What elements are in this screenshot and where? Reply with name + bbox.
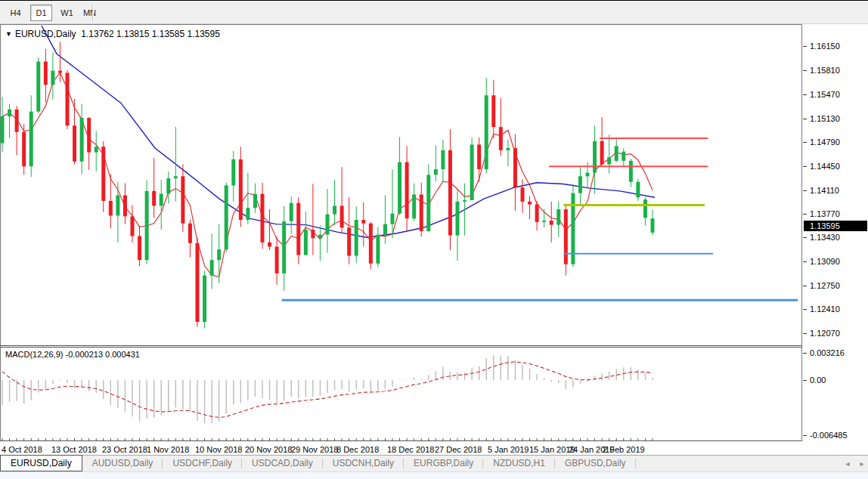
price-label-7: 1.13770	[810, 209, 840, 218]
tab-gbpusd-daily[interactable]: GBPUSD,Daily	[555, 456, 636, 471]
price-label-6: 1.14110	[810, 186, 839, 195]
macd-axis-label-2: -0.006485	[810, 431, 848, 440]
price-label-9-tick	[803, 261, 807, 262]
price-label-1: 1.15810	[810, 66, 840, 75]
ohlc-low: 1.13585	[152, 29, 184, 39]
tab-usdcad-daily[interactable]: USDCAD,Daily	[242, 456, 323, 471]
tab-eurgbp-daily[interactable]: EURGBP,Daily	[404, 456, 483, 471]
date-label-4: 10 Nov 2018	[195, 445, 242, 454]
price-label-12-tick	[803, 333, 807, 334]
ohlc-close: 1.13595	[187, 29, 219, 39]
date-label-1: 13 Oct 2018	[51, 445, 97, 454]
macd-axis-label-1-tick	[803, 380, 807, 381]
price-label-12: 1.12070	[810, 329, 840, 338]
tab-scroll-left-icon[interactable]: ◂	[842, 459, 853, 468]
price-label-8: 1.13430	[810, 233, 840, 242]
time-axis[interactable]: 4 Oct 201813 Oct 201823 Oct 20181 Nov 20…	[0, 441, 803, 455]
tab-usdcnh-daily[interactable]: USDCNH,Daily	[323, 456, 404, 471]
macd-axis-label-1: 0.00	[810, 375, 826, 385]
price-label-10-tick	[803, 286, 807, 286]
price-label-2: 1.15470	[810, 90, 840, 99]
price-label-1-tick	[803, 70, 807, 71]
timeframe-button-d1[interactable]: D1	[30, 5, 52, 21]
macd-axis-label-0: 0.003216	[810, 348, 845, 357]
tab-usdchf-daily[interactable]: USDCHF,Daily	[163, 456, 242, 471]
price-label-5-tick	[803, 166, 807, 167]
price-label-11-tick	[803, 309, 807, 310]
price-label-3-tick	[803, 119, 807, 119]
price-label-5: 1.14450	[810, 162, 840, 171]
status-strip	[0, 471, 868, 479]
price-label-9: 1.13090	[810, 257, 840, 266]
price-label-0: 1.16150	[810, 42, 840, 51]
price-label-8-tick	[803, 237, 807, 238]
date-label-2: 23 Oct 2018	[102, 445, 147, 454]
price-label-7-tick	[803, 214, 807, 215]
date-label-13: 2 Feb 2019	[603, 445, 645, 454]
chevron-down-icon[interactable]: ▼	[5, 30, 12, 38]
date-label-9: 27 Dec 2018	[435, 445, 482, 454]
price-label-0-tick	[803, 46, 807, 47]
ohlc-high: 1.13815	[116, 29, 149, 39]
timeframe-button-w1[interactable]: W1	[56, 5, 78, 21]
timeframe-button-mn[interactable]: MN	[79, 5, 101, 21]
toolbar-separator	[92, 4, 94, 22]
date-label-10: 5 Jan 2019	[488, 445, 529, 454]
macd-axis-label-0-tick	[803, 353, 807, 354]
date-label-6: 29 Nov 2018	[291, 445, 338, 454]
date-label-5: 20 Nov 2018	[245, 445, 292, 454]
date-label-3: 1 Nov 2018	[147, 445, 189, 454]
price-axis[interactable]: 1.13595 1.161501.158101.154701.151301.14…	[803, 24, 868, 455]
ohlc-open: 1.13762	[81, 29, 113, 39]
macd-axis-label-2-tick	[803, 435, 807, 436]
date-label-0: 4 Oct 2018	[2, 445, 42, 454]
candlestick-chart-canvas[interactable]	[0, 24, 803, 441]
price-label-6-tick	[803, 190, 807, 191]
price-label-11: 1.12410	[810, 304, 840, 314]
timeframe-toolbar: H4 D1 W1 MN	[0, 2, 868, 24]
date-label-8: 18 Dec 2018	[387, 445, 434, 454]
chart-title: EURUSD,Daily	[15, 29, 76, 39]
tab-scroll-right-icon[interactable]: ▸	[857, 459, 867, 468]
price-label-3: 1.15130	[810, 114, 840, 123]
chart-symbol-header: ▼EURUSD,Daily 1.13762 1.13815 1.13585 1.…	[5, 29, 220, 39]
price-label-4-tick	[803, 142, 807, 143]
macd-indicator-label: MACD(12,26,9) -0.000213 0.000431	[5, 350, 140, 359]
price-label-10: 1.12750	[810, 281, 840, 290]
date-label-7: 8 Dec 2018	[336, 445, 379, 454]
price-label-4: 1.14790	[810, 138, 840, 147]
chart-area[interactable]: ▼EURUSD,Daily 1.13762 1.13815 1.13585 1.…	[0, 24, 803, 441]
timeframe-button-h4[interactable]: H4	[5, 5, 26, 21]
price-label-2-tick	[803, 94, 807, 95]
current-price-tag: 1.13595	[804, 221, 867, 231]
tab-eurusd-daily[interactable]: EURUSD,Daily	[0, 455, 82, 471]
trading-platform-window: H4 D1 W1 MN ▼EURUSD,Daily 1.13762 1.1381…	[0, 0, 868, 479]
tab-nzdusd-h1[interactable]: NZDUSD,H1	[483, 456, 555, 471]
symbol-tab-bar: EURUSD,Daily AUDUSD,Daily USDCHF,Daily U…	[0, 455, 868, 471]
tab-audusd-daily[interactable]: AUDUSD,Daily	[82, 456, 163, 471]
